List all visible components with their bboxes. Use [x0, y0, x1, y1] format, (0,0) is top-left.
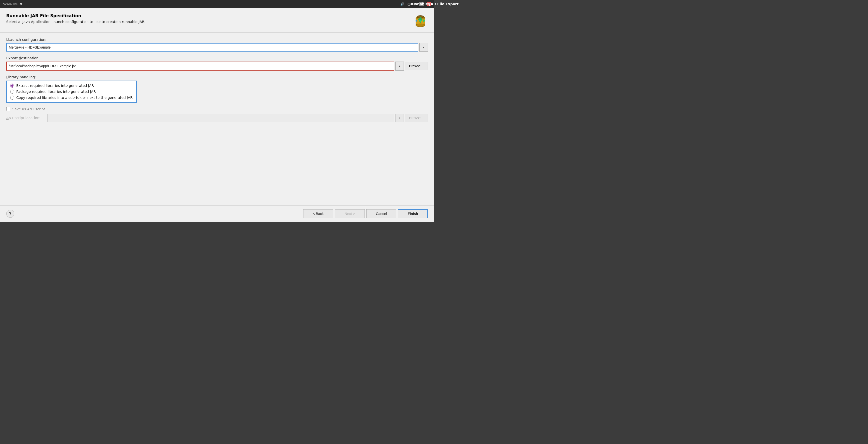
- export-destination-row: Browse...: [6, 62, 428, 71]
- app-name: Scala IDE: [3, 2, 18, 6]
- footer-left: ?: [6, 210, 14, 218]
- library-handling-options: Extract required libraries into generate…: [6, 81, 137, 103]
- sound-icon: 🔊: [400, 2, 404, 6]
- ant-script-group: Save as ANT script ANT script location: …: [6, 107, 428, 122]
- launch-config-group: LLaunch configuration: MergeFile - HDFSE…: [6, 37, 428, 52]
- library-handling-label: Library handling:: [6, 75, 428, 79]
- dialog-header: Runnable JAR File Specification Select a…: [0, 8, 434, 33]
- radio-extract-input[interactable]: [10, 84, 14, 88]
- finish-button[interactable]: Finish: [398, 209, 428, 218]
- library-handling-group: Library handling: Extract required libra…: [6, 75, 428, 103]
- jar-icon: [413, 13, 428, 28]
- launch-config-label: LLaunch configuration:: [6, 37, 428, 41]
- export-destination-input[interactable]: [6, 62, 394, 71]
- window-title: Runnable JAR File Export: [409, 2, 434, 6]
- launch-config-input[interactable]: MergeFile - HDFSExample: [6, 43, 418, 52]
- radio-copy: Copy required libraries into a sub-folde…: [10, 96, 133, 100]
- next-button[interactable]: Next >: [335, 209, 365, 218]
- radio-package-input[interactable]: [10, 90, 14, 94]
- ant-browse-button: Browse...: [405, 114, 428, 122]
- launch-config-row: MergeFile - HDFSExample: [6, 43, 428, 52]
- back-button[interactable]: < Back: [303, 209, 333, 218]
- export-destination-dropdown-btn[interactable]: [395, 62, 404, 71]
- radio-extract-label: Extract required libraries into generate…: [16, 84, 94, 88]
- radio-package: Package required libraries into generate…: [10, 90, 133, 94]
- ant-script-checkbox[interactable]: [6, 107, 10, 111]
- cancel-button[interactable]: Cancel: [366, 209, 396, 218]
- chevron-down-icon: [422, 45, 425, 49]
- export-destination-label: Export destination:: [6, 56, 428, 60]
- ant-script-label: Save as ANT script: [12, 107, 45, 111]
- export-chevron-down-icon: [398, 64, 401, 68]
- ant-location-row: ANT script location: Browse...: [6, 114, 428, 122]
- dialog-title: Runnable JAR File Specification: [6, 13, 413, 18]
- ant-chevron-down-icon: [398, 116, 401, 120]
- titlebar-left: Scala IDE ▼: [3, 2, 22, 6]
- ant-location-input: [47, 114, 394, 122]
- radio-copy-label: Copy required libraries into a sub-folde…: [16, 96, 133, 100]
- svg-point-2: [416, 24, 425, 27]
- export-browse-button[interactable]: Browse...: [405, 62, 428, 70]
- dialog-subtitle: Select a 'Java Application' launch confi…: [6, 20, 413, 24]
- footer-right: < Back Next > Cancel Finish: [303, 209, 428, 218]
- radio-copy-input[interactable]: [10, 96, 14, 100]
- help-button[interactable]: ?: [6, 210, 14, 218]
- titlebar: Scala IDE ▼ Runnable JAR File Export 🔊 ⏻…: [0, 0, 434, 8]
- dialog-header-text: Runnable JAR File Specification Select a…: [6, 13, 413, 24]
- ant-checkbox-row: Save as ANT script: [6, 107, 428, 111]
- dialog-body: LLaunch configuration: MergeFile - HDFSE…: [0, 33, 434, 205]
- launch-config-dropdown-btn[interactable]: [420, 43, 428, 52]
- dialog-footer: ? < Back Next > Cancel Finish: [0, 205, 434, 222]
- export-destination-group: Export destination: Browse...: [6, 56, 428, 71]
- ant-location-label: ANT script location:: [6, 116, 46, 120]
- radio-package-label: Package required libraries into generate…: [16, 90, 96, 94]
- app-dropdown-icon[interactable]: ▼: [20, 2, 22, 6]
- radio-extract: Extract required libraries into generate…: [10, 84, 133, 88]
- ant-dropdown-btn: [395, 114, 404, 122]
- runnable-jar-dialog: Runnable JAR File Specification Select a…: [0, 8, 434, 222]
